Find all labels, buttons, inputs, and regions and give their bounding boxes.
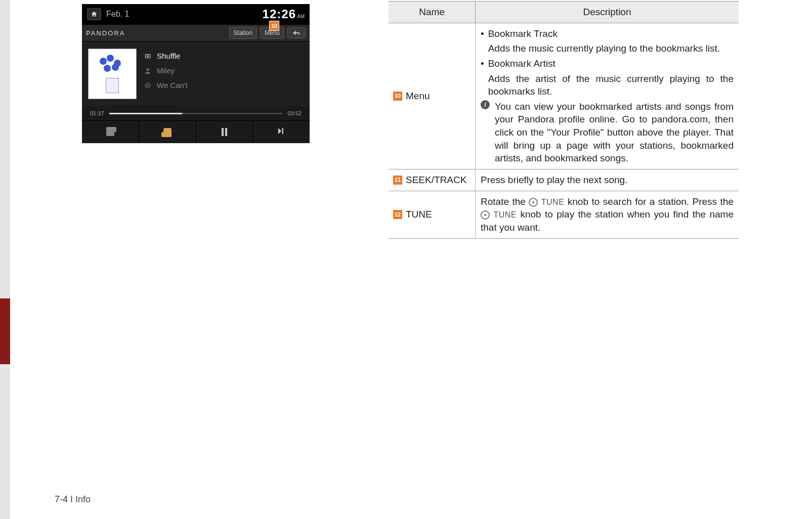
svg-point-1 <box>147 55 148 56</box>
progress-bar-area: 01:37 03:52 <box>82 106 310 120</box>
station-icon <box>144 52 152 60</box>
home-button[interactable] <box>87 8 101 20</box>
desc-part-b: knob to search for a station. Press the <box>568 196 734 207</box>
bullet-title: Bookmark Artist <box>488 57 734 70</box>
section-tab-red <box>0 298 10 364</box>
row-desc-cell: Press briefly to play the next song. <box>476 169 739 191</box>
app-title-bar: PANDORA Station Menu 10 <box>82 24 310 41</box>
pandora-logo: PANDORA <box>86 29 125 37</box>
reference-table: Name Description 10 Menu • Bookmark Trac… <box>389 1 739 239</box>
callout-number: 11 <box>393 175 403 185</box>
status-date: Feb. 1 <box>106 10 129 19</box>
table-row: 12 TUNE Rotate the TUNE knob to search f… <box>389 191 739 239</box>
callout-number: 12 <box>393 209 403 220</box>
station-row: Shuffle <box>144 52 188 60</box>
info-text: You can view your bookmarked artists and… <box>495 100 734 165</box>
tune-knob-label: TUNE <box>541 198 565 206</box>
back-icon <box>292 30 301 36</box>
track-label: We Can't <box>157 81 188 90</box>
table-row: 11 SEEK/TRACK Press briefly to play the … <box>389 169 739 191</box>
pause-icon <box>222 128 227 136</box>
info-note: i You can view your bookmarked artists a… <box>481 100 734 165</box>
row-desc-cell: Rotate the TUNE knob to search for a sta… <box>476 191 739 238</box>
track-icon <box>144 81 152 90</box>
row-desc-cell: • Bookmark Track Adds the music currentl… <box>476 23 739 169</box>
status-clock: 12:26 AM <box>263 7 305 21</box>
station-button[interactable]: Station <box>229 27 257 39</box>
callout-number: 10 <box>393 91 403 101</box>
now-playing-area: Shuffle Miley We Can't <box>82 41 310 106</box>
next-button[interactable] <box>253 121 310 143</box>
artist-row: Miley <box>144 66 188 75</box>
page-footer: 7-4 I Info <box>55 494 91 505</box>
next-icon <box>277 126 286 138</box>
total-time: 03:52 <box>287 110 302 116</box>
progress-bar[interactable] <box>109 113 283 114</box>
artist-icon <box>144 67 152 75</box>
row-name: TUNE <box>406 208 432 221</box>
track-row: We Can't <box>144 81 188 90</box>
row-name-cell: 12 TUNE <box>389 191 476 238</box>
tune-knob-icon <box>481 210 490 220</box>
info-icon: i <box>481 100 490 109</box>
row-name-cell: 11 SEEK/TRACK <box>389 169 476 191</box>
tune-knob-label: TUNE <box>493 211 517 220</box>
playback-controls <box>82 120 310 143</box>
thumbs-up-icon <box>163 128 172 136</box>
station-label: Shuffle <box>157 52 180 60</box>
bullet-body: Adds the music currently playing to the … <box>488 42 720 55</box>
svg-point-4 <box>147 84 148 85</box>
row-name: SEEK/TRACK <box>406 174 466 187</box>
desc-part-a: Rotate the <box>481 196 529 207</box>
thumbs-up-button[interactable] <box>139 121 196 143</box>
bullet-title: Bookmark Track <box>488 27 720 40</box>
bullet-body: Adds the artist of the music currently p… <box>488 72 734 98</box>
callout-marker-10: 10 <box>269 21 279 31</box>
row-name-cell: 10 Menu <box>389 23 476 169</box>
elapsed-time: 01:37 <box>90 110 104 116</box>
pause-button[interactable] <box>196 121 253 143</box>
page-gutter <box>0 0 10 519</box>
album-art <box>88 49 137 99</box>
tune-knob-icon <box>529 198 538 207</box>
col-header-name: Name <box>389 2 476 23</box>
bullet-item: • Bookmark Artist Adds the artist of the… <box>481 57 734 98</box>
table-header: Name Description <box>389 1 739 23</box>
desc-part-c: knob to play the station when you find t… <box>481 209 734 233</box>
bullet-item: • Bookmark Track Adds the music currentl… <box>481 27 734 55</box>
artist-label: Miley <box>157 66 175 75</box>
row-name: Menu <box>406 90 430 103</box>
col-header-desc: Description <box>476 2 739 23</box>
back-button[interactable] <box>287 27 306 38</box>
thumbs-down-button[interactable] <box>82 121 139 143</box>
thumbs-down-icon <box>106 128 114 136</box>
pandora-screenshot: Feb. 1 12:26 AM PANDORA Station Menu 10 <box>82 4 310 143</box>
home-icon <box>91 11 98 18</box>
table-row: 10 Menu • Bookmark Track Adds the music … <box>389 23 739 169</box>
svg-point-2 <box>147 68 149 71</box>
